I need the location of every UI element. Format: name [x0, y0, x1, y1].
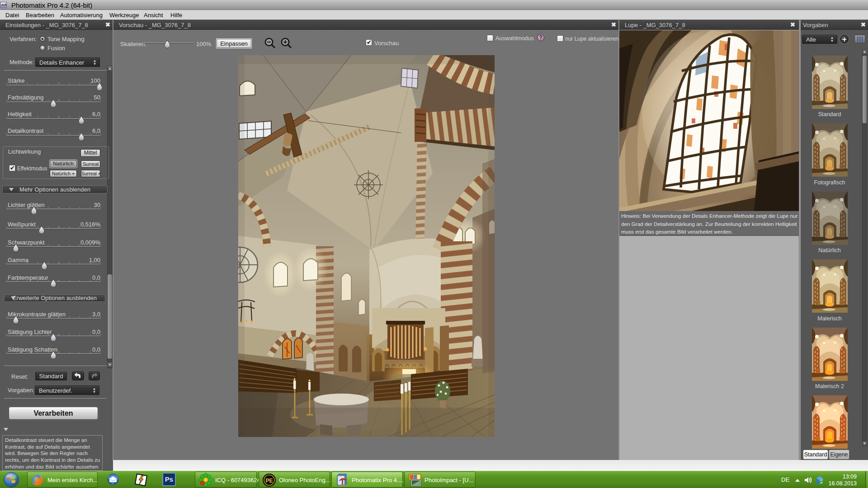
svg-text:PE: PE: [265, 478, 273, 484]
